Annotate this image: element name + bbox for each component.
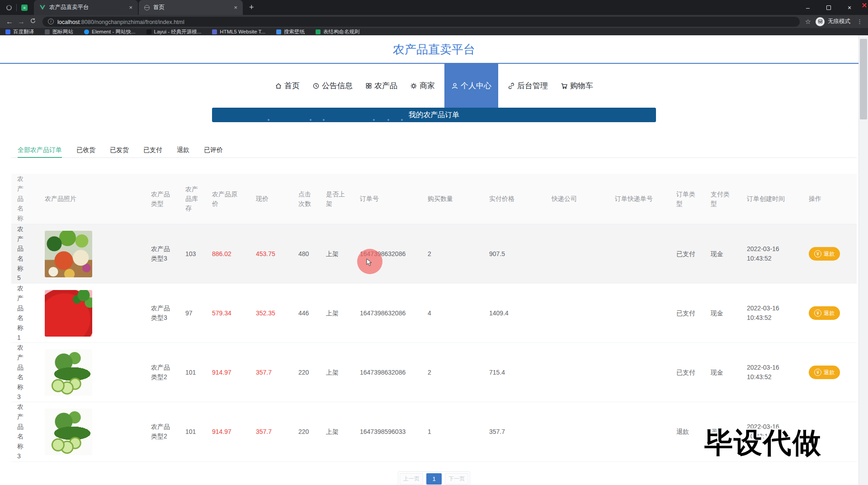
gear-icon: [410, 82, 417, 90]
cell-product-photo[interactable]: [45, 231, 151, 277]
tab-received[interactable]: 已收货: [76, 143, 95, 158]
new-tab-button[interactable]: +: [249, 3, 254, 12]
scrollbar-thumb[interactable]: [860, 39, 867, 119]
reload-button[interactable]: [27, 18, 39, 25]
col-header-stock: 农产品库存: [185, 185, 212, 213]
bookmark-icon: [146, 29, 151, 34]
col-header-type: 农产品类型: [151, 190, 185, 209]
col-header-quantity: 购买数量: [428, 194, 489, 204]
overlay-close-icon[interactable]: ✕: [861, 1, 867, 10]
cell-product-type: 农产品类型2: [151, 363, 185, 382]
nav-item-cart[interactable]: 购物车: [557, 64, 596, 108]
bookmark-star-icon[interactable]: ☆: [805, 18, 811, 26]
col-header-shelf: 是否上架: [326, 190, 360, 209]
cell-shelf-status: 上架: [326, 309, 360, 318]
prev-page-button[interactable]: 上一页: [400, 473, 423, 485]
browser-tab-1[interactable]: 农产品直卖平台 ×: [34, 0, 138, 15]
browser-tab-2[interactable]: 首页 ×: [139, 0, 243, 15]
nav-item-home[interactable]: 首页: [272, 64, 303, 108]
cell-current-price: 357.7: [256, 368, 298, 377]
cell-product-photo[interactable]: [45, 290, 151, 337]
product-photo[interactable]: [45, 290, 92, 337]
close-button[interactable]: ×: [839, 0, 860, 15]
table-row[interactable]: 农产品名称1 农产品类型3 97 579.34 352.35 446 上架 16…: [11, 284, 857, 343]
clock-icon: [312, 82, 320, 90]
home-icon: [275, 82, 282, 90]
page-info-icon[interactable]: i: [48, 19, 54, 24]
tab-close-icon[interactable]: ×: [234, 4, 237, 11]
bookmark-icon: [84, 29, 89, 34]
cell-paid-amount: 715.4: [489, 368, 552, 377]
bookmark-item[interactable]: 表结构命名规则: [316, 29, 360, 35]
nav-item-products[interactable]: 农产品: [362, 64, 401, 108]
cell-product-photo[interactable]: [45, 409, 151, 455]
user-icon: [451, 82, 458, 90]
current-page-button[interactable]: 1: [426, 473, 442, 485]
tab-title: 农产品直卖平台: [49, 4, 125, 11]
product-photo[interactable]: [45, 349, 92, 396]
tab-refund[interactable]: 退款: [177, 143, 189, 158]
bookmark-item[interactable]: Element - 网站快...: [84, 29, 136, 35]
bookmark-item[interactable]: Layui - 经典开源模...: [146, 29, 202, 35]
forward-button[interactable]: →: [15, 18, 27, 26]
bookmark-icon: [276, 29, 281, 34]
cell-order-no: 1647398632086: [360, 309, 428, 318]
browser-titlebar: ≡ 农产品直卖平台 × 首页 × + – × ✕: [0, 0, 868, 15]
cell-created-time: 2022-03-16 10:43:52: [747, 244, 809, 263]
nav-item-admin[interactable]: 后台管理: [505, 64, 551, 108]
cell-stock: 101: [185, 427, 212, 437]
cell-created-time: 2022-03-16 10:43:52: [747, 363, 809, 382]
cell-stock: 101: [185, 368, 212, 377]
tab-close-icon[interactable]: ×: [129, 4, 132, 11]
cell-stock: 103: [185, 249, 212, 259]
tab-shipped[interactable]: 已发货: [110, 143, 129, 158]
cell-created-time: 2022-03-16 10:43:52: [747, 304, 809, 323]
back-button[interactable]: ←: [4, 18, 15, 26]
nav-item-personal-center[interactable]: 个人中心: [444, 64, 498, 108]
bookmark-item[interactable]: HTML5 Website T...: [212, 29, 265, 34]
cell-stock: 97: [185, 309, 212, 318]
incognito-icon: [816, 17, 825, 26]
refund-button[interactable]: ¥退款: [809, 306, 840, 320]
bookmark-icon: [45, 29, 50, 34]
col-header-order-type: 订单类型: [676, 190, 711, 209]
col-header-order-no: 订单号: [360, 194, 428, 204]
cell-product-name: 农产品名称1: [17, 284, 45, 342]
col-header-pay-type: 支付类型: [711, 190, 747, 209]
table-row[interactable]: 农产品名称5 农产品类型3 103 886.02 453.75 480 上架 1…: [11, 224, 857, 284]
restore-button[interactable]: [818, 0, 839, 15]
col-header-photo: 农产品照片: [45, 194, 151, 204]
bookmark-icon: [5, 29, 10, 34]
refund-button[interactable]: ¥退款: [809, 247, 840, 261]
bookmark-item[interactable]: 搜索壁纸: [276, 29, 305, 35]
bookmarks-bar: 百度翻译 图标网站 Element - 网站快... Layui - 经典开源模…: [0, 28, 868, 35]
nav-item-announcements[interactable]: 公告信息: [309, 64, 356, 108]
cell-original-price: 579.34: [212, 309, 256, 318]
cell-paid-amount: 1409.4: [489, 309, 552, 318]
tab-reviewed[interactable]: 已评价: [204, 143, 223, 158]
cell-product-photo[interactable]: [45, 349, 151, 396]
cell-clicks: 446: [298, 309, 326, 318]
col-header-tracking: 订单快递单号: [615, 194, 676, 204]
product-photo[interactable]: [45, 409, 92, 455]
next-page-button[interactable]: 下一页: [445, 473, 468, 485]
bookmark-item[interactable]: 百度翻译: [5, 29, 34, 35]
table-header-row: 农产品名称 农产品照片 农产品类型 农产品库存 农产品原价 现价 点击次数 是否…: [11, 174, 857, 224]
extension-icon: ≡: [21, 5, 28, 11]
tab-title: 首页: [153, 4, 230, 11]
product-photo[interactable]: [45, 231, 92, 277]
watermark-text: 毕设代做: [704, 423, 822, 462]
table-row[interactable]: 农产品名称3 农产品类型2 101 914.97 357.7 220 上架 16…: [11, 343, 857, 402]
minimize-button[interactable]: –: [797, 0, 818, 15]
main-nav: 首页 公告信息 农产品 商家 个人中心 后台管理 购物车: [0, 64, 868, 108]
grid-icon: [365, 82, 372, 89]
bookmark-item[interactable]: 图标网站: [45, 29, 73, 35]
nav-item-merchants[interactable]: 商家: [407, 64, 438, 108]
tab-paid[interactable]: 已支付: [143, 143, 162, 158]
col-header-original-price: 农产品原价: [212, 190, 256, 209]
refund-button[interactable]: ¥退款: [809, 366, 840, 379]
address-bar[interactable]: i localhost:8080/nongchanpinzhimai/front…: [42, 17, 800, 27]
page-scrollbar[interactable]: [859, 35, 868, 485]
tab-all-orders[interactable]: 全部农产品订单: [18, 143, 62, 158]
browser-menu-icon[interactable]: ⋮: [857, 18, 863, 25]
